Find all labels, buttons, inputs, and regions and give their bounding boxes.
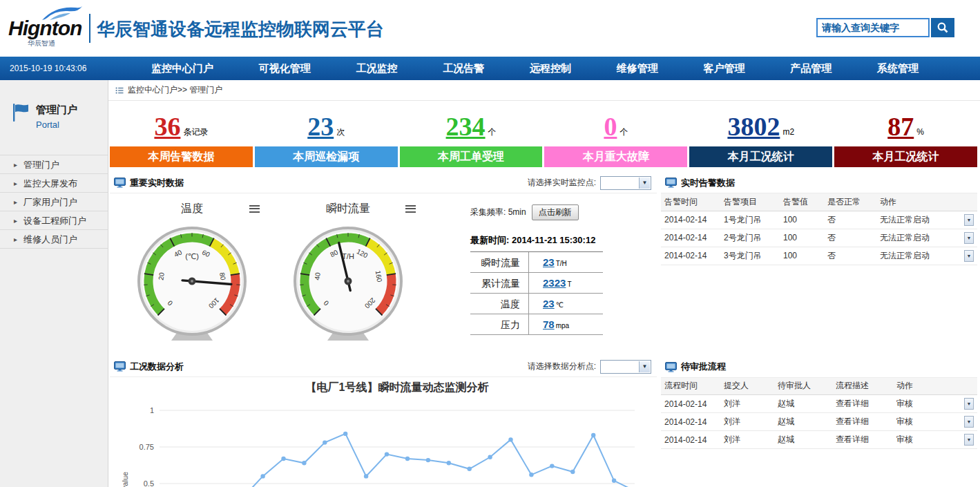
analysis-point-select[interactable]: ▼: [600, 360, 651, 374]
portal-subtitle: Portal: [36, 120, 108, 130]
stat-card-weekly-workorders[interactable]: 234个 本周工单受理: [400, 106, 543, 167]
nav-item-system-mgmt[interactable]: 系统管理: [877, 62, 919, 75]
reading-row: 瞬时流量 23T/H: [470, 252, 603, 273]
audit-link[interactable]: 审核: [896, 398, 913, 410]
sidebar-item-repair-portal[interactable]: ▸ 维修人员门户: [0, 230, 108, 249]
monitor-point-select[interactable]: ▼: [600, 176, 651, 190]
svg-text:40: 40: [313, 271, 322, 280]
analysis-point-select-label: 请选择数据分析点:: [528, 361, 596, 372]
cell-approver: 赵城: [774, 413, 832, 431]
table-row: 2014-02-14 刘洋 赵城 查看详细 审核▼: [661, 413, 977, 431]
sidebar-item-factory-portal[interactable]: ▸ 厂家用户门户: [0, 193, 108, 211]
cell-alarm-action: 无法正常启动: [880, 214, 930, 226]
row-dropdown-button[interactable]: ▼: [964, 416, 974, 428]
reading-row: 温度 23℃: [470, 294, 603, 314]
table-row: 2014-02-14 3号龙门吊 100 否 无法正常启动▼: [661, 247, 977, 265]
sidebar-item-label: 设备工程师门户: [23, 216, 86, 226]
stat-unit: 次: [336, 126, 345, 138]
view-detail-link[interactable]: 查看详细: [832, 413, 893, 431]
table-row: 2014-02-14 1号龙门吊 100 否 无法正常启动▼: [661, 211, 977, 229]
list-icon: [115, 86, 124, 95]
row-dropdown-button[interactable]: ▼: [964, 214, 974, 226]
realtime-section-header: 重要实时数据 请选择实时监控点: ▼: [110, 173, 657, 193]
readings-table: 瞬时流量 23T/H 累计流量 2323T 温度 23℃ 压力: [470, 252, 603, 335]
sidebar: 管理门户 Portal ▸ 管理门户 ▸ 监控大屏发布 ▸ 厂家用户门户 ▸ 设…: [0, 80, 108, 487]
svg-text:80: 80: [218, 272, 227, 281]
svg-text:0.75: 0.75: [140, 443, 154, 451]
table-header-row: 流程时间 提交人 待审批人 流程描述 动作: [661, 378, 977, 395]
section-title: 工况数据分析: [130, 361, 184, 373]
column-header: 动作: [876, 193, 977, 211]
nav-item-maintenance[interactable]: 维修管理: [617, 62, 658, 75]
page-title: 华辰智通设备远程监控物联网云平台: [97, 17, 384, 41]
nav-item-condition-alarm[interactable]: 工况告警: [443, 62, 484, 75]
row-dropdown-button[interactable]: ▼: [964, 232, 974, 244]
svg-text:【电厂1号线】瞬时流量动态监测分析: 【电厂1号线】瞬时流量动态监测分析: [306, 381, 490, 393]
chart-menu-icon[interactable]: [249, 203, 260, 214]
sidebar-item-engineer-portal[interactable]: ▸ 设备工程师门户: [0, 211, 108, 230]
cell-alarm-item: 3号龙门吊: [720, 247, 780, 265]
stat-card-monthly-faults[interactable]: 0个 本月重大故障: [544, 106, 687, 167]
nav-item-customer-mgmt[interactable]: 客户管理: [703, 62, 744, 75]
reading-value: 23: [543, 298, 555, 309]
stat-value: 234: [446, 113, 486, 140]
chart-menu-icon[interactable]: [405, 203, 416, 214]
nav-item-product-mgmt[interactable]: 产品管理: [790, 62, 832, 75]
sidebar-item-label: 维修人员门户: [23, 234, 77, 245]
stat-card-monthly-condition-area[interactable]: 3802m2 本月工况统计: [689, 106, 832, 167]
stat-value: 87: [887, 113, 914, 140]
section-title: 实时告警数据: [681, 177, 735, 189]
view-detail-link[interactable]: 查看详细: [832, 431, 893, 449]
column-header: 待审批人: [774, 378, 832, 395]
sidebar-item-admin-portal[interactable]: ▸ 管理门户: [0, 155, 108, 174]
row-dropdown-button[interactable]: ▼: [964, 398, 974, 410]
search-button[interactable]: [931, 18, 954, 37]
cell-alarm-item: 1号龙门吊: [720, 211, 780, 229]
stat-value: 3802: [727, 113, 780, 140]
stat-value: 36: [154, 113, 180, 140]
cell-alarm-item: 2号龙门吊: [720, 229, 780, 247]
cell-submitter: 刘洋: [720, 431, 774, 449]
row-dropdown-button[interactable]: ▼: [964, 434, 974, 446]
stat-label: 本月工况统计: [689, 146, 832, 167]
collect-frequency-label: 采集频率: 5min: [470, 207, 526, 218]
logo-subtext: 华辰智通: [28, 39, 55, 48]
stat-card-weekly-alarms[interactable]: 36条记录 本周告警数据: [110, 106, 253, 167]
logo[interactable]: Hignton 华辰智通: [7, 4, 90, 48]
arrow-bullet-icon: ▸: [14, 193, 17, 211]
search-input[interactable]: [816, 18, 930, 37]
approval-section-header: 待审批流程: [661, 357, 977, 378]
column-header: 告警时间: [661, 193, 720, 211]
stat-label: 本周巡检漏项: [255, 146, 398, 167]
main-content: 监控中心门户>> 管理门户 36条记录 本周告警数据 23次 本周巡检漏项 23…: [108, 80, 980, 487]
nav-item-condition-monitor[interactable]: 工况监控: [356, 62, 397, 75]
svg-text:0.5: 0.5: [144, 479, 154, 487]
stat-card-weekly-inspection[interactable]: 23次 本周巡检漏项: [255, 106, 398, 167]
nav-item-visual-mgmt[interactable]: 可视化管理: [259, 62, 311, 75]
audit-link[interactable]: 审核: [896, 416, 913, 428]
cell-flow-time: 2014-02-14: [661, 413, 720, 431]
reading-unit: ℃: [556, 301, 564, 309]
table-row: 2014-02-14 2号龙门吊 100 否 无法正常启动▼: [661, 229, 977, 247]
cell-submitter: 刘洋: [720, 395, 774, 413]
flow-gauge: 04080120160200T/H: [289, 222, 407, 343]
view-detail-link[interactable]: 查看详细: [832, 395, 893, 413]
sidebar-item-screen-publish[interactable]: ▸ 监控大屏发布: [0, 174, 108, 193]
stat-card-monthly-condition-pct[interactable]: 87% 本月工况统计: [834, 106, 977, 167]
line-chart-wrap: 【电厂1号线】瞬时流量动态监测分析value10.750.5: [110, 377, 657, 487]
nav-item-monitor-center[interactable]: 监控中心门户: [151, 62, 213, 75]
logo-text: Hignton: [8, 17, 81, 40]
chevron-down-icon: ▼: [639, 361, 650, 372]
reading-value: 23: [543, 256, 555, 268]
audit-link[interactable]: 审核: [896, 434, 913, 446]
nav-item-remote-control[interactable]: 远程控制: [530, 62, 571, 75]
flag-icon: [11, 102, 30, 123]
column-header: 提交人: [720, 378, 774, 395]
refresh-button[interactable]: 点击刷新: [532, 204, 579, 220]
reading-row: 压力 78mpa: [470, 314, 603, 335]
column-header: 告警值: [780, 193, 824, 211]
svg-text:value: value: [121, 472, 129, 487]
row-dropdown-button[interactable]: ▼: [964, 250, 974, 262]
flow-gauge-block: 瞬时流量 04080120160200T/H: [270, 193, 426, 356]
section-title: 待审批流程: [681, 361, 726, 373]
